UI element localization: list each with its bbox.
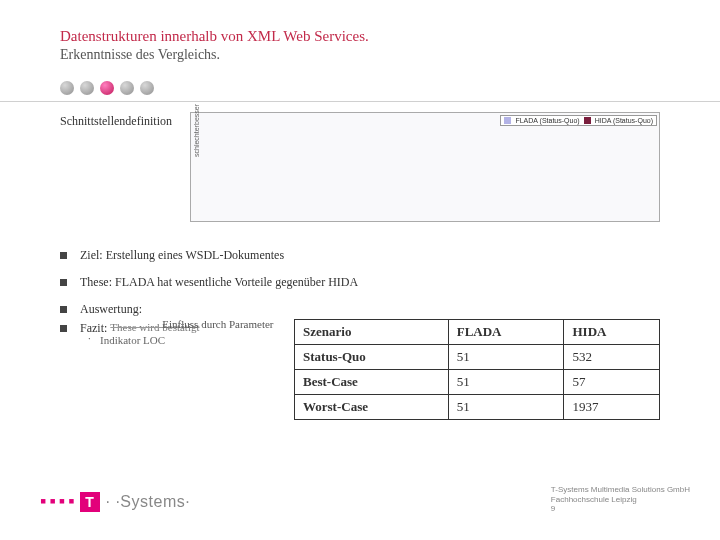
table-cell: 57	[564, 370, 660, 395]
table-cell: 51	[448, 395, 564, 420]
divider	[0, 101, 720, 102]
legend-swatch-flada	[504, 117, 511, 124]
chart-yaxis-bottom: schlechter	[193, 125, 200, 157]
table-header-row: Szenario FLADA HIDA	[295, 320, 660, 345]
comparison-chart: FLADA (Status-Quo) HIDA (Status-Quo) sch…	[190, 112, 660, 222]
chart-bars	[235, 135, 653, 215]
table-body: Status-Quo51532Best-Case5157Worst-Case51…	[295, 345, 660, 420]
chart-legend: FLADA (Status-Quo) HIDA (Status-Quo)	[500, 115, 657, 126]
th-hida: HIDA	[564, 320, 660, 345]
slide-subtitle: Erkenntnisse des Vergleichs.	[60, 47, 660, 63]
section-label: Schnittstellendefinition	[60, 112, 172, 129]
table-cell: 532	[564, 345, 660, 370]
progress-dots	[60, 81, 660, 95]
footer-line-2: Fachhochschule Leipzig	[551, 495, 690, 505]
results-table: Szenario FLADA HIDA Status-Quo51532Best-…	[294, 319, 660, 420]
table-row: Best-Case5157	[295, 370, 660, 395]
legend-swatch-hida	[584, 117, 591, 124]
sub-bullet-indikator: Indikator LOC	[60, 334, 270, 346]
legend-label-flada: FLADA (Status-Quo)	[515, 117, 579, 124]
table-row: Worst-Case511937	[295, 395, 660, 420]
table-row: Status-Quo51532	[295, 345, 660, 370]
dot-5	[140, 81, 154, 95]
table-cell: Worst-Case	[295, 395, 449, 420]
fazit-text: Einfluss durch Parameter	[162, 318, 273, 330]
footer-meta: T-Systems Multimedia Solutions GmbH Fach…	[551, 485, 690, 514]
fazit-label: Fazit:	[80, 321, 107, 335]
brand-logo: ▪ ▪ ▪ ▪ T · ·Systems·	[40, 491, 190, 512]
logo-dots-icon: ▪ ▪ ▪ ▪	[40, 491, 74, 512]
table-cell: Best-Case	[295, 370, 449, 395]
th-flada: FLADA	[448, 320, 564, 345]
bullet-1: Ziel: Erstellung eines WSDL-Dokumentes	[60, 242, 660, 269]
dot-1	[60, 81, 74, 95]
bullet-2: These: FLADA hat wesentliche Vorteile ge…	[60, 269, 660, 296]
footer-line-1: T-Systems Multimedia Solutions GmbH	[551, 485, 690, 495]
table-cell: 51	[448, 370, 564, 395]
table-cell: Status-Quo	[295, 345, 449, 370]
bullet-list: Ziel: Erstellung eines WSDL-Dokumentes T…	[60, 242, 660, 323]
th-szenario: Szenario	[295, 320, 449, 345]
logo-t-icon: T	[80, 492, 100, 512]
dot-4	[120, 81, 134, 95]
footer-page-number: 9	[551, 504, 690, 514]
legend-label-hida: HIDA (Status-Quo)	[595, 117, 653, 124]
dot-2	[80, 81, 94, 95]
table-cell: 51	[448, 345, 564, 370]
dot-3-active	[100, 81, 114, 95]
chart-yaxis-top: besser	[193, 104, 200, 125]
fazit-overlay: These wird bestätigt Einfluss durch Para…	[110, 321, 199, 333]
footer: ▪ ▪ ▪ ▪ T · ·Systems· T-Systems Multimed…	[0, 485, 720, 535]
slide-title: Datenstrukturen innerhalb von XML Web Se…	[60, 28, 660, 45]
logo-text: · ·Systems·	[106, 493, 191, 511]
table-cell: 1937	[564, 395, 660, 420]
